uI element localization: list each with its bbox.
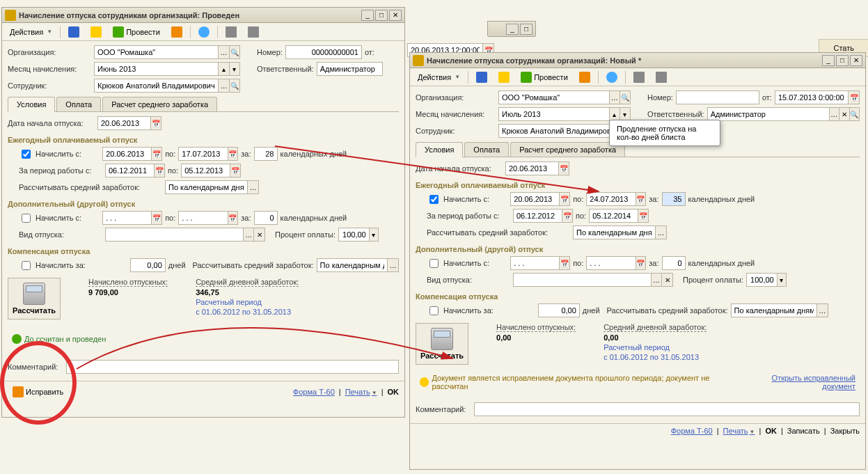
month-up-icon[interactable]: ▴ [218,63,228,75]
calculate-button-2[interactable]: Рассчитать [416,323,468,365]
tb-icon-3[interactable] [574,70,595,85]
actions-menu[interactable]: Действия▼ [413,71,465,84]
add-check-2[interactable] [429,259,439,268]
lookup-icon[interactable]: … [651,274,662,286]
add-to-field[interactable]: 📅 [178,211,238,225]
calendar-icon[interactable]: 📅 [151,212,161,224]
calendar-icon[interactable]: 📅 [228,212,238,224]
clear-icon[interactable]: ✕ [839,108,849,120]
help-button[interactable] [601,70,622,85]
form-t60-link-2[interactable]: Форма Т-60 [671,427,713,435]
annual-to-field[interactable]: 📅 [178,147,238,161]
tb-icon-2[interactable] [494,70,514,85]
clear-icon[interactable]: ✕ [661,274,672,286]
calendar-icon[interactable]: 📅 [228,148,238,160]
search-icon[interactable]: 🔍 [849,108,859,120]
minimize-button[interactable]: _ [822,55,835,66]
comp-avg-2[interactable]: … [731,303,828,317]
dropdown-icon[interactable]: … [387,259,398,271]
dropdown-icon[interactable]: … [816,304,828,317]
lookup-icon[interactable]: … [609,91,620,104]
calendar-icon[interactable]: 📅 [636,193,646,205]
actions-menu[interactable]: Действия▼ [5,26,57,38]
month-field-2[interactable]: ▴▾ [498,107,631,121]
add-days-2[interactable] [662,256,686,270]
calendar-icon[interactable]: 📅 [559,193,569,205]
dropdown-icon[interactable]: ▾ [369,228,378,241]
vac-type-field[interactable]: …✕ [105,228,265,242]
number-field-2[interactable] [676,90,759,104]
tb-icon-3[interactable] [166,24,187,40]
month-down-icon[interactable]: ▾ [229,63,239,75]
period-from-field[interactable]: 📅 [105,164,165,177]
calendar-icon[interactable]: 📅 [638,210,648,222]
dropdown-icon[interactable]: … [247,181,258,193]
dropdown-icon[interactable]: ▾ [777,274,786,286]
calendar-icon[interactable]: 📅 [558,162,569,175]
tb-icon-1[interactable] [471,70,492,85]
close-button[interactable]: ✕ [850,55,862,66]
process-button[interactable]: Провести [108,24,165,40]
ok-button-2[interactable]: OK [765,427,777,435]
search-icon[interactable]: 🔍 [620,91,630,104]
maximize-button[interactable]: □ [375,10,388,21]
avg-method-field[interactable]: … [165,180,259,194]
period-to-2[interactable]: 📅 [589,209,649,223]
org-field[interactable]: …🔍 [94,45,240,59]
maximize-button[interactable]: □ [836,55,849,66]
additional-check[interactable] [22,214,31,223]
tab-conditions[interactable]: Условия [416,142,463,157]
calendar-icon[interactable]: 📅 [848,91,859,104]
calendar-icon[interactable]: 📅 [562,210,572,222]
percent-field[interactable]: ▾ [338,228,379,242]
dropdown-icon[interactable]: … [655,226,666,239]
fix-button[interactable]: Исправить [8,384,68,400]
lookup-icon[interactable]: … [243,228,254,241]
vac-type-2[interactable]: …✕ [513,273,673,287]
annual-to-2[interactable]: 📅 [586,192,646,206]
tab-avg-calc[interactable]: Расчет среднего заработка [510,142,625,157]
add-days-field[interactable] [254,211,278,225]
process-button[interactable]: Провести [516,70,573,85]
tb-icon-2[interactable] [86,24,106,40]
org-search-icon[interactable]: 🔍 [229,46,239,58]
tb-icon-5[interactable] [243,24,264,40]
annual-days-field[interactable] [254,147,278,161]
annual-days-2[interactable] [662,192,686,206]
comp-days-field[interactable] [130,258,166,272]
org-field-2[interactable]: …🔍 [498,90,631,104]
employee-field[interactable]: …🔍 [94,79,240,93]
tab-avg-calc[interactable]: Расчет среднего заработка [102,97,217,111]
comment-field[interactable] [66,360,399,374]
save-button[interactable]: Записать [787,427,820,435]
emp-search-icon[interactable]: 🔍 [229,79,239,92]
avg-method-2[interactable]: … [573,226,667,239]
calendar-icon[interactable]: 📅 [636,257,646,269]
start-date-field[interactable]: 📅 [97,116,161,130]
calendar-icon[interactable]: 📅 [559,257,569,269]
print-link-2[interactable]: Печать▼ [723,427,755,435]
add-from-field[interactable]: 📅 [102,211,162,225]
comment-field-2[interactable] [474,402,860,416]
period-to-field[interactable]: 📅 [181,164,241,177]
calculate-button[interactable]: Рассчитать [8,278,61,319]
calendar-icon[interactable]: 📅 [150,117,161,129]
tb-icon-4[interactable] [221,24,242,40]
bg-max[interactable]: □ [520,24,532,35]
comp-days-2[interactable] [538,303,580,317]
bg-min[interactable]: _ [506,24,519,35]
comp-check-2[interactable] [429,306,439,315]
period-from-2[interactable]: 📅 [513,209,573,223]
minimize-button[interactable]: _ [361,10,374,21]
close-button-2[interactable]: Закрыть [830,427,860,435]
close-button[interactable]: ✕ [389,10,402,21]
percent-2[interactable]: ▾ [746,273,787,287]
tab-payment[interactable]: Оплата [464,142,509,157]
ok-button[interactable]: OK [388,388,400,396]
org-lookup-icon[interactable]: … [218,46,228,58]
number-field[interactable] [285,45,362,59]
annual-check-2[interactable] [429,195,439,204]
annual-from-field[interactable]: 📅 [102,147,162,161]
annual-check[interactable] [22,150,31,159]
comp-check[interactable] [22,261,31,270]
